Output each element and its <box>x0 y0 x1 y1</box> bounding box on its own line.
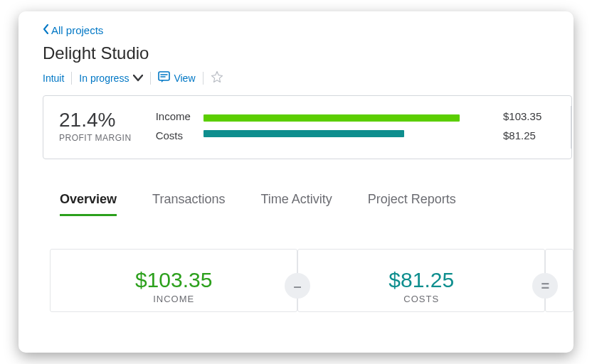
meta-divider <box>71 72 72 85</box>
svg-rect-0 <box>159 72 169 80</box>
view-label: View <box>174 73 195 84</box>
minus-operator-icon: – <box>285 273 310 299</box>
bars-section: Income Costs $103.35 $81.25 <box>156 110 553 141</box>
status-dropdown[interactable]: In progress <box>79 73 143 84</box>
content-area: All projects Delight Studio Intuit In pr… <box>18 11 574 312</box>
meta-divider <box>150 72 151 85</box>
card-divider <box>571 106 571 149</box>
chevron-down-icon <box>133 73 143 84</box>
profit-margin-percent: 21.4% <box>59 109 132 132</box>
project-meta-row: Intuit In progress View <box>43 70 574 85</box>
income-bar <box>204 114 460 122</box>
favorite-star-button[interactable] <box>211 70 223 85</box>
costs-bar-value: $81.25 <box>503 129 553 141</box>
chevron-left-icon <box>43 24 50 36</box>
income-bar-label: Income <box>156 110 191 122</box>
tab-transactions[interactable]: Transactions <box>152 192 225 216</box>
tab-project-reports[interactable]: Project Reports <box>368 192 456 216</box>
costs-bar-label: Costs <box>156 129 191 141</box>
bar-labels: Income Costs <box>156 110 191 141</box>
income-card[interactable]: $103.35 INCOME <box>50 249 297 312</box>
profit-summary-card: 21.4% PROFIT MARGIN Income Costs $103.35… <box>43 95 572 159</box>
view-button[interactable]: View <box>158 71 195 85</box>
company-link[interactable]: Intuit <box>43 73 64 84</box>
equals-operator-icon: = <box>532 273 558 299</box>
income-bar-value: $103.35 <box>503 110 553 122</box>
income-card-label: INCOME <box>51 294 297 304</box>
costs-card-label: COSTS <box>298 294 544 304</box>
project-detail-panel: All projects Delight Studio Intuit In pr… <box>18 11 574 353</box>
tab-overview[interactable]: Overview <box>60 192 117 216</box>
back-link-label: All projects <box>51 24 103 36</box>
costs-amount: $81.25 <box>298 268 544 292</box>
stat-cards-row: $103.35 INCOME – $81.25 COSTS = <box>50 249 574 312</box>
tabs: Overview Transactions Time Activity Proj… <box>60 192 574 216</box>
tab-time-activity[interactable]: Time Activity <box>260 192 332 216</box>
project-title: Delight Studio <box>43 43 574 63</box>
bar-values: $103.35 $81.25 <box>503 110 553 141</box>
income-amount: $103.35 <box>51 268 297 292</box>
profit-margin-label: PROFIT MARGIN <box>59 133 132 143</box>
bar-tracks <box>204 114 490 137</box>
back-to-projects-link[interactable]: All projects <box>43 24 574 36</box>
costs-bar <box>204 130 404 137</box>
profit-margin-block: 21.4% PROFIT MARGIN <box>59 109 132 143</box>
note-icon <box>158 71 170 85</box>
costs-card[interactable]: $81.25 COSTS <box>297 249 545 312</box>
status-label: In progress <box>79 73 129 84</box>
meta-divider <box>203 72 204 85</box>
